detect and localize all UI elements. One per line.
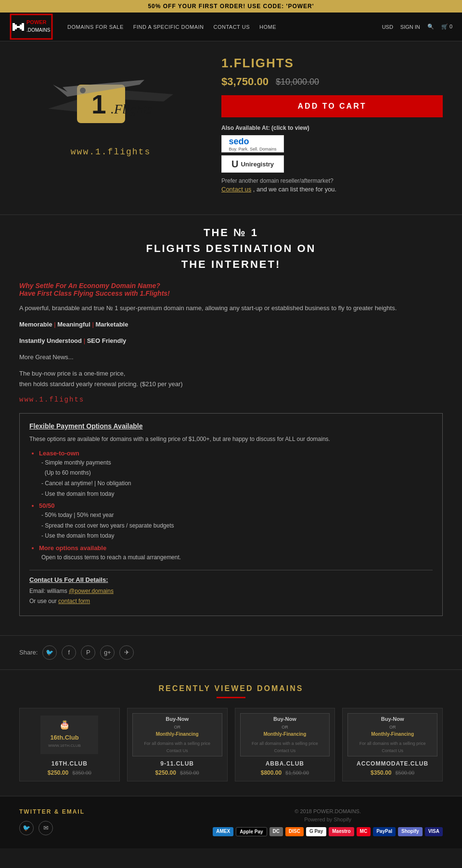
attributes-line2: Instantly Understood | SEO Friendly [19,336,443,346]
recent-item-abba-club[interactable]: Buy-Now OR Monthly-Financing For all dom… [235,708,335,781]
recent-img-abba: Buy-Now OR Monthly-Financing For all dom… [240,713,330,756]
currency-selector[interactable]: USD [382,24,393,30]
recent-item-accommodate[interactable]: Buy-Now OR Monthly-Financing For all dom… [342,708,443,781]
diners-badge: DC [270,827,283,836]
title-underline [217,697,245,698]
contact-reseller-text: Contact us , and we can list there for y… [221,186,443,193]
footer-powered-by: Powered by Shopify [213,817,443,822]
gpay-badge: G Pay [306,827,326,836]
lease-details: - Simple monthly payments (Up to 60 mont… [39,458,433,499]
footer-email-icon[interactable]: ✉ [38,821,53,835]
uniregistry-badge[interactable]: U Uniregistry [221,155,284,173]
recent-price-orig-accommodate: $500.00 [395,770,414,776]
cart-icon[interactable]: 🛒 0 [441,24,452,30]
nav-home[interactable]: HOME [259,24,276,30]
svg-text:16th.Club: 16th.Club [51,734,79,741]
googleplus-share-button[interactable]: g+ [100,645,115,660]
logo-area[interactable]: POWER .DOMAINS [10,13,53,40]
recent-img-9-11: Buy-Now OR Monthly-Financing For all dom… [132,713,222,756]
twitter-share-button[interactable]: 🐦 [42,645,57,660]
also-available-label: Also Available At: (click to view) [221,125,443,131]
nav-right: USD SIGN IN 🔍 🛒 0 [382,24,452,30]
recent-price-orig-abba: $1,500.00 [285,770,309,776]
svg-rect-4 [22,23,24,31]
buy-now-card-abba: Buy-Now OR Monthly-Financing For all dom… [240,713,330,756]
recent-price-orig-9-11: $350.00 [180,770,199,776]
email-link[interactable]: @power.domains [69,588,114,594]
pinterest-share-button[interactable]: P [81,645,95,660]
nav-find-domain[interactable]: FIND A SPECIFIC DOMAIN [133,24,204,30]
product-title: 1.FLIGHTS [221,56,443,71]
svg-rect-3 [15,25,17,29]
recent-img-16th-club: 🎂 16th.Club WWW.16TH.CLUB [25,713,115,756]
product-details: 1.FLIGHTS $3,750.00 $10,000.00 ADD TO CA… [221,56,443,200]
prefer-text: Prefer another domain reseller/aftermark… [221,177,443,184]
product-image-area: 1 .Flights www.1.flights [19,56,202,200]
current-price: $3,750.00 [221,75,269,88]
recent-price-orig-16th: $350.00 [72,770,91,776]
recent-price-current-abba: $800.00 [261,769,282,776]
payment-box: Flexible Payment Options Available These… [19,413,443,616]
price-area: $3,750.00 $10,000.00 [221,75,443,88]
payment-options-list: Lease-to-own - Simple monthly payments (… [29,450,433,563]
main-heading: THE № 1 FLIGHTS DESTINATION ON THE INTER… [19,225,443,272]
also-available-section: Also Available At: (click to view) sedo … [221,125,443,193]
recent-img-accommodate: Buy-Now OR Monthly-Financing For all dom… [347,713,437,756]
footer-twitter-icon[interactable]: 🐦 [19,821,34,835]
footer: TWITTER & EMAIL 🐦 ✉ © 2018 POWER.DOMAINS… [0,796,462,848]
nav-contact-us[interactable]: CONTACT US [213,24,250,30]
facebook-share-button[interactable]: f [62,645,76,660]
applepay-badge: Apple Pay [236,827,267,836]
recent-name-9-11: 9-11.CLUB [160,760,194,767]
footer-center: © 2018 POWER.DOMAINS. Powered by Shopify… [213,808,443,836]
contact-form-link[interactable]: contact form [58,598,90,604]
main-nav: POWER .DOMAINS DOMAINS FOR SALE FIND A S… [0,13,462,41]
recent-price-current-accommodate: $350.00 [371,769,391,776]
recent-price-current-16th: $250.00 [48,769,68,776]
recent-item-16th-club[interactable]: 🎂 16th.Club WWW.16TH.CLUB 16TH.CLUB $250… [19,708,120,781]
share-label: Share: [19,649,38,656]
original-price: $10,000.00 [276,77,319,87]
telegram-share-button[interactable]: ✈ [119,645,134,660]
footer-social-icons: 🐦 ✉ [19,821,85,835]
recent-prices-abba: $800.00 $1,500.00 [261,769,309,776]
domain-url-red: www.1.flights [19,396,443,403]
nav-domains-for-sale[interactable]: DOMAINS FOR SALE [67,24,124,30]
description-section: THE № 1 FLIGHTS DESTINATION ON THE INTER… [0,214,462,635]
svg-text:.Flights: .Flights [111,101,152,116]
sign-in-link[interactable]: SIGN IN [400,24,420,30]
recent-item-9-11-club[interactable]: Buy-Now OR Monthly-Financing For all dom… [127,708,228,781]
payment-contact-title: Contact Us For All Details: [29,576,433,583]
product-image: 1 .Flights [38,65,183,142]
add-to-cart-button[interactable]: ADD TO CART [221,95,443,117]
search-icon[interactable]: 🔍 [427,24,434,30]
domain-url-display: www.1.flights [71,147,151,157]
subheading: Why Settle For An Economy Domain Name? H… [19,282,443,297]
recent-price-current-9-11: $250.00 [155,769,176,776]
footer-social-title: TWITTER & EMAIL [19,808,85,815]
shopify-pay-badge: Shopify [398,827,423,836]
paypal-badge: PayPal [373,827,396,836]
description-para1: A powerful, brandable and true № 1 super… [19,303,443,314]
payment-contact-details: Contact Us For All Details: Email: willi… [29,570,433,607]
svg-text:1: 1 [91,89,106,119]
promo-text: 50% OFF YOUR FIRST ORDER! USE CODE: 'POW… [148,3,314,10]
mastercard-badge: MC [357,827,371,836]
svg-text:POWER: POWER [26,19,47,25]
5050-details: - 50% today | 50% next year - Spread the… [39,510,433,541]
payment-intro: These options are available for domains … [29,435,433,444]
main-content: 1 .Flights www.1.flights 1.FLIGHTS $3,75… [0,41,462,214]
buy-now-card-accommodate: Buy-Now OR Monthly-Financing For all dom… [347,713,437,756]
recent-prices-9-11: $250.00 $350.00 [155,769,199,776]
more-options-details: Open to discuss terms to reach a mutual … [39,553,433,563]
payment-contact-info: Email: williams @power.domains Or use ou… [29,586,433,607]
news-intro: More Great News... [19,352,443,363]
promo-banner: 50% OFF YOUR FIRST ORDER! USE CODE: 'POW… [0,0,462,13]
recent-grid: 🎂 16th.Club WWW.16TH.CLUB 16TH.CLUB $250… [19,708,443,781]
recent-name-16th-club: 16TH.CLUB [51,760,88,767]
sedo-badge[interactable]: sedo Buy. Park. Sell. Domains [221,135,284,152]
svg-rect-2 [13,23,15,31]
marketplace-badges: sedo Buy. Park. Sell. Domains U Uniregis… [221,135,443,173]
logo[interactable]: POWER .DOMAINS [10,13,53,40]
contact-reseller-link[interactable]: Contact us [221,186,251,193]
